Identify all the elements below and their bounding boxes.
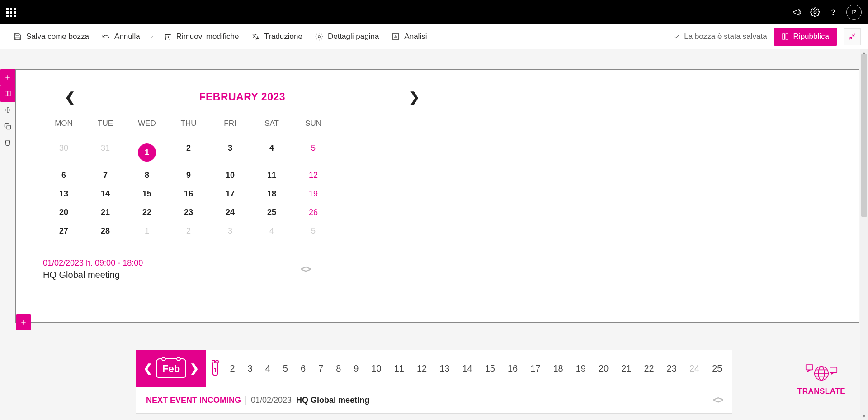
prev-month-button[interactable]: ❮: [61, 88, 79, 106]
calendar-day[interactable]: 31: [85, 139, 126, 166]
calendar-day[interactable]: 1: [126, 222, 168, 240]
settings-icon[interactable]: [810, 7, 820, 17]
republish-button[interactable]: Ripubblica: [774, 28, 837, 46]
calendar-day[interactable]: 6: [43, 166, 85, 185]
next-month-button[interactable]: ❯: [406, 88, 423, 106]
calendar-day[interactable]: 22: [126, 203, 168, 222]
move-webpart-button[interactable]: [0, 102, 15, 118]
editor-canvas-area: ❮ FEBRUARY 2023 ❯ MONTUEWEDTHUFRISATSUN3…: [0, 69, 868, 420]
calendar-day[interactable]: 8: [126, 166, 168, 185]
timeline-day[interactable]: 8: [330, 361, 347, 377]
delete-webpart-button[interactable]: [0, 134, 15, 151]
calendar-day[interactable]: 3: [209, 139, 251, 166]
calendar-day[interactable]: 28: [85, 222, 126, 240]
svg-rect-7: [783, 34, 785, 39]
timeline-month-label[interactable]: Feb: [156, 358, 186, 378]
timeline-day[interactable]: 20: [592, 361, 615, 377]
duplicate-webpart-button[interactable]: [0, 118, 15, 134]
translate-button[interactable]: Traduzione: [245, 29, 309, 45]
calendar-dow: SUN: [292, 115, 334, 132]
timeline-day[interactable]: 3: [241, 361, 259, 377]
timeline-day[interactable]: 21: [615, 361, 637, 377]
translate-widget[interactable]: TRANSLATE: [797, 363, 845, 396]
calendar-day[interactable]: 3: [209, 222, 251, 240]
calendar-day[interactable]: 26: [292, 203, 334, 222]
timeline-day[interactable]: 19: [570, 361, 592, 377]
calendar-day[interactable]: 5: [292, 139, 334, 166]
empty-column[interactable]: [460, 70, 859, 322]
timeline-day[interactable]: 23: [660, 361, 683, 377]
edit-webpart-button[interactable]: [0, 86, 15, 102]
calendar-day[interactable]: 13: [43, 185, 85, 203]
save-draft-button[interactable]: Salva come bozza: [7, 29, 95, 45]
calendar-day[interactable]: 14: [85, 185, 126, 203]
timeline-day[interactable]: 18: [547, 361, 569, 377]
collapse-pane-button[interactable]: [844, 28, 861, 45]
timeline-next-month[interactable]: ❯: [189, 362, 200, 375]
timeline-day[interactable]: 13: [433, 361, 456, 377]
help-icon[interactable]: [828, 7, 838, 17]
calendar-day[interactable]: 15: [126, 185, 168, 203]
calendar-day[interactable]: 2: [168, 222, 209, 240]
timeline-day[interactable]: 12: [410, 361, 433, 377]
timeline-day[interactable]: 14: [456, 361, 478, 377]
calendar-day[interactable]: 9: [168, 166, 209, 185]
calendar-day[interactable]: 20: [43, 203, 85, 222]
undo-button[interactable]: Annulla: [95, 29, 146, 45]
timeline-selected-day-icon[interactable]: 1: [212, 361, 218, 376]
timeline-day[interactable]: 9: [347, 361, 365, 377]
calendar-day[interactable]: 25: [251, 203, 292, 222]
timeline-day[interactable]: 2: [223, 361, 241, 377]
timeline-day[interactable]: 4: [259, 361, 277, 377]
calendar-day[interactable]: 16: [168, 185, 209, 203]
calendar-day[interactable]: 19: [292, 185, 334, 203]
add-section-button[interactable]: [16, 314, 31, 330]
calendar-day[interactable]: 1: [126, 139, 168, 166]
calendar-day[interactable]: 30: [43, 139, 85, 166]
app-launcher-icon[interactable]: [6, 8, 16, 17]
calendar-day[interactable]: 23: [168, 203, 209, 222]
timeline-day[interactable]: 7: [312, 361, 330, 377]
next-event-label: NEXT EVENT INCOMING: [146, 396, 246, 405]
timeline-day[interactable]: 5: [277, 361, 294, 377]
timeline-prev-month[interactable]: ❮: [142, 362, 153, 375]
svg-line-10: [849, 37, 852, 39]
discard-changes-button[interactable]: Rimuovi modifiche: [157, 29, 245, 45]
calendar-day[interactable]: 12: [292, 166, 334, 185]
timeline-day[interactable]: 22: [637, 361, 660, 377]
analytics-button[interactable]: Analisi: [385, 29, 433, 45]
calendar-day[interactable]: 4: [251, 139, 292, 166]
save-status: La bozza è stata salvata: [673, 32, 767, 41]
canvas-section[interactable]: ❮ FEBRUARY 2023 ❯ MONTUEWEDTHUFRISATSUN3…: [15, 69, 859, 323]
timeline-day[interactable]: 11: [388, 361, 410, 377]
code-icon[interactable]: <>: [301, 263, 310, 275]
calendar-day[interactable]: 2: [168, 139, 209, 166]
calendar-day[interactable]: 27: [43, 222, 85, 240]
timeline-day[interactable]: 26: [728, 361, 732, 377]
calendar-day[interactable]: 24: [209, 203, 251, 222]
calendar-day[interactable]: 10: [209, 166, 251, 185]
calendar-day[interactable]: 5: [292, 222, 334, 240]
calendar-day[interactable]: 18: [251, 185, 292, 203]
add-webpart-button[interactable]: [0, 69, 15, 86]
code-icon[interactable]: <>: [713, 394, 722, 406]
scrollbar-thumb[interactable]: [861, 54, 867, 217]
undo-dropdown[interactable]: [146, 31, 157, 42]
calendar-day[interactable]: 7: [85, 166, 126, 185]
scroll-down-icon[interactable]: ▼: [860, 412, 868, 420]
calendar-day[interactable]: 11: [251, 166, 292, 185]
megaphone-icon[interactable]: [792, 7, 802, 17]
timeline-day[interactable]: 15: [479, 361, 501, 377]
timeline-day[interactable]: 17: [524, 361, 547, 377]
calendar-day[interactable]: 4: [251, 222, 292, 240]
timeline-day[interactable]: 24: [683, 361, 706, 377]
calendar-day[interactable]: 17: [209, 185, 251, 203]
page-details-button[interactable]: Dettagli pagina: [309, 29, 385, 45]
calendar-day[interactable]: 21: [85, 203, 126, 222]
timeline-day[interactable]: 25: [706, 361, 728, 377]
user-avatar[interactable]: IZ: [846, 5, 862, 20]
timeline-day[interactable]: 10: [365, 361, 387, 377]
timeline-day[interactable]: 16: [501, 361, 524, 377]
timeline-day[interactable]: 6: [294, 361, 312, 377]
scrollbar[interactable]: ▲ ▼: [860, 49, 868, 420]
